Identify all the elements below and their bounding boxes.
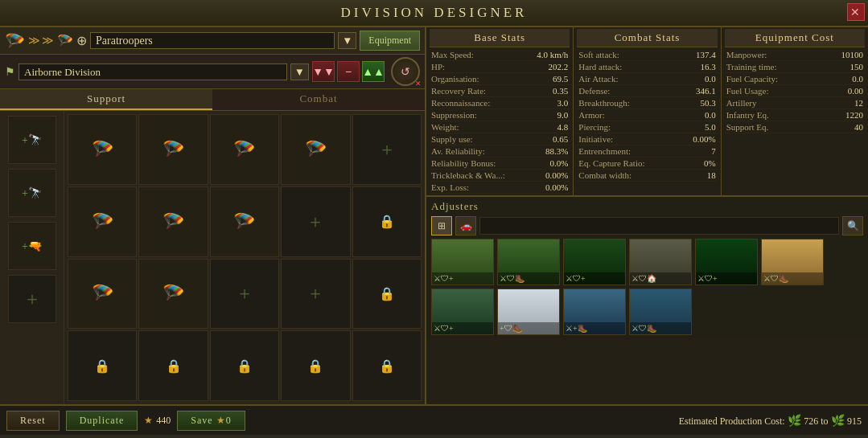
save-button[interactable]: Save ★★00 bbox=[177, 411, 245, 431]
side-cell-support1[interactable]: +🔭 bbox=[8, 169, 56, 217]
grid-cell-2-5[interactable]: 🔒 bbox=[352, 186, 422, 257]
grid-cell-1-3[interactable]: 🪂 bbox=[210, 114, 279, 185]
stats-area: Base Stats Max Speed:4.0 km/h HP:202.2 O… bbox=[426, 27, 868, 197]
stat-recon: Reconnaissance:3.0 bbox=[430, 97, 570, 109]
equipment-button[interactable]: Equipment bbox=[360, 31, 420, 51]
terrain-marsh[interactable]: ⚔🛡+ bbox=[431, 289, 494, 335]
add-icon: ＋ bbox=[378, 137, 396, 162]
duplicate-button[interactable]: Duplicate bbox=[66, 411, 138, 431]
tab-row: Support Combat bbox=[0, 89, 425, 111]
production-cost: Estimated Production Cost: 🌿 726 to 🌿 91… bbox=[679, 414, 862, 428]
cost-icon-from: 🌿 bbox=[788, 415, 804, 427]
cost-from: 726 bbox=[804, 415, 818, 427]
stat-initiative: Initiative:0.00% bbox=[577, 133, 717, 145]
side-cell-empty[interactable]: ＋ bbox=[8, 275, 56, 323]
add-icon: ＋ bbox=[306, 210, 324, 234]
terrain-port[interactable]: ⚔🛡🥾 bbox=[629, 289, 692, 335]
para-unit-icon: 🪂 bbox=[233, 139, 255, 160]
grid-cell-1-2[interactable]: 🪂 bbox=[138, 114, 208, 185]
stat-infantry-eq: Infantry Eq.1220 bbox=[725, 109, 865, 121]
grid-cell-1-4[interactable]: 🪂 bbox=[281, 114, 350, 185]
lock-icon-3: 🔒 bbox=[94, 358, 110, 374]
grid-cell-4-3[interactable]: 🔒 bbox=[210, 330, 279, 401]
grid-cell-4-4[interactable]: 🔒 bbox=[281, 330, 350, 401]
grid-cell-3-4[interactable]: ＋ bbox=[281, 259, 350, 330]
xp-display: ★ 440 bbox=[144, 415, 171, 427]
adj-search-icon: 🔍 bbox=[842, 216, 863, 235]
stat-suppression: Suppression:9.0 bbox=[430, 109, 570, 121]
terrain-hills[interactable]: ⚔🛡🥾 bbox=[497, 239, 560, 285]
cost-to: 915 bbox=[847, 415, 862, 427]
stat-artillery: Artillery12 bbox=[725, 97, 865, 109]
terrain-jungle[interactable]: ⚔🛡+ bbox=[695, 239, 758, 285]
grid-cell-4-5[interactable]: 🔒 bbox=[352, 330, 422, 401]
grid-cell-2-3[interactable]: 🪂 bbox=[210, 186, 279, 257]
adj-search-bar[interactable] bbox=[479, 217, 839, 235]
grid-cell-1-5[interactable]: ＋ bbox=[352, 114, 422, 185]
division-type-select[interactable]: Airborne Division bbox=[19, 63, 287, 80]
minus-button[interactable]: − bbox=[337, 61, 360, 82]
terrain-grid: ⚔🛡+ ⚔🛡🥾 ⚔🛡+ ⚔🛡🏠 ⚔🛡+ ⚔🛡🥾 bbox=[431, 239, 863, 335]
adj-tab-tank[interactable]: 🚗 bbox=[455, 216, 476, 235]
stat-fuel-usage: Fuel Usage:0.00 bbox=[725, 85, 865, 97]
division-type-dropdown[interactable]: ▼ bbox=[290, 63, 309, 80]
grid-cell-4-1[interactable]: 🔒 bbox=[68, 330, 137, 401]
lock-icon-2: 🔒 bbox=[379, 286, 395, 301]
cost-icon-to: 🌿 bbox=[831, 415, 848, 427]
terrain-snow[interactable]: +🛡🥾 bbox=[497, 289, 560, 335]
stat-defense: Defense:346.1 bbox=[577, 85, 717, 97]
tab-support[interactable]: Support bbox=[0, 89, 212, 110]
chevron-icon-1: ≫ bbox=[28, 34, 40, 47]
tab-combat[interactable]: Combat bbox=[212, 89, 425, 110]
equipment-cost-col: Equipment Cost Manpower:10100 Training t… bbox=[722, 27, 868, 195]
xp-value: 440 bbox=[156, 415, 171, 427]
compass-icon: ⊕ bbox=[76, 33, 87, 48]
terrain-snow-icons: +🛡🥾 bbox=[500, 324, 522, 333]
remove-unit-button[interactable]: ▼▼ bbox=[312, 61, 335, 82]
stat-weight: Weight:4.8 bbox=[430, 121, 570, 133]
cost-to-label: to bbox=[821, 415, 830, 427]
terrain-urban[interactable]: ⚔🛡🏠 bbox=[629, 239, 692, 285]
title-bar: Division Designer ✕ bbox=[0, 0, 868, 27]
upgrade-button[interactable]: ▲▲ bbox=[362, 61, 385, 82]
terrain-desert[interactable]: ⚔🛡🥾 bbox=[761, 239, 824, 285]
grid-cell-2-4[interactable]: ＋ bbox=[281, 186, 350, 257]
side-cell-recon[interactable]: +🔭 bbox=[8, 116, 56, 164]
lock-icon-4: 🔒 bbox=[166, 358, 182, 374]
close-button[interactable]: ✕ bbox=[847, 3, 865, 21]
adj-tab-grid[interactable]: ⊞ bbox=[431, 216, 452, 235]
side-cell-artillery[interactable]: +🔫 bbox=[8, 222, 56, 270]
para-unit-icon: 🪂 bbox=[162, 139, 184, 160]
para-unit-icon: 🪂 bbox=[92, 283, 113, 304]
production-label: Estimated Production Cost: bbox=[679, 415, 785, 427]
division-name-select[interactable]: Paratroopers bbox=[90, 32, 335, 49]
parachute-icon: 🪂 bbox=[5, 31, 25, 51]
grid-cell-3-5[interactable]: 🔒 bbox=[352, 259, 422, 330]
add-icon: ＋ bbox=[236, 281, 253, 305]
lock-icon-5: 🔒 bbox=[237, 358, 253, 374]
main-layout: 🪂 ≫ ≫ 🪂 ⊕ Paratroopers ▼ Equipment ⚑ Air… bbox=[0, 27, 868, 404]
terrain-plains[interactable]: ⚔🛡+ bbox=[431, 239, 494, 285]
stat-breakthrough: Breakthrough:50.3 bbox=[577, 97, 717, 109]
grid-cell-2-1[interactable]: 🪂 bbox=[68, 186, 137, 257]
terrain-river[interactable]: ⚔+🥾 bbox=[563, 289, 626, 335]
stat-max-speed: Max Speed:4.0 km/h bbox=[430, 49, 570, 61]
recycle-button[interactable]: ↺✕ bbox=[391, 57, 420, 86]
terrain-hills-icons: ⚔🛡🥾 bbox=[500, 274, 525, 283]
grid-cell-1-1[interactable]: 🪂 bbox=[68, 114, 137, 185]
grid-cell-3-1[interactable]: 🪂 bbox=[68, 259, 137, 330]
grid-cell-4-2[interactable]: 🔒 bbox=[138, 330, 208, 401]
para-unit-icon: 🪂 bbox=[305, 139, 327, 160]
stat-hard-attack: Hard attack:16.3 bbox=[577, 61, 717, 73]
stat-reliability: Av. Reliability:88.3% bbox=[430, 145, 570, 158]
division-name-dropdown[interactable]: ▼ bbox=[338, 32, 356, 49]
grid-cell-3-2[interactable]: 🪂 bbox=[138, 259, 208, 330]
stat-hp: HP:202.2 bbox=[430, 61, 570, 73]
reset-button[interactable]: Reset bbox=[6, 411, 60, 431]
terrain-forest[interactable]: ⚔🛡+ bbox=[563, 239, 626, 285]
stat-support-eq: Support Eq.40 bbox=[725, 121, 865, 133]
stat-org: Organisation:69.5 bbox=[430, 73, 570, 85]
grid-cell-2-2[interactable]: 🪂 bbox=[138, 186, 208, 257]
stat-reliability-bonus: Reliability Bonus:0.0% bbox=[430, 158, 570, 170]
grid-cell-3-3[interactable]: ＋ bbox=[210, 259, 279, 330]
